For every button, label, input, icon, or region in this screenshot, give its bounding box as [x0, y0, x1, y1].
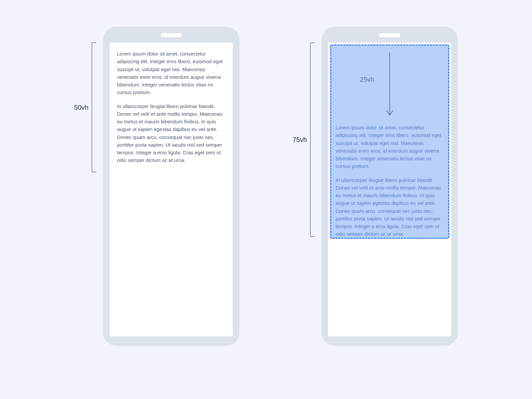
right-paragraph-1: Lorem ipsum dolor sit amet, consectetur … [335, 124, 444, 170]
offset-arrow-label: 25vh [360, 76, 374, 83]
right-bracket-shape [310, 43, 315, 237]
right-phone-screen: 25vh Lorem ipsum dolor sit amet, consect… [328, 43, 451, 336]
right-content: 25vh Lorem ipsum dolor sit amet, consect… [335, 51, 444, 238]
left-bracket-shape [92, 43, 96, 172]
left-group: 50vh Lorem ipsum dolor sit amet, consect… [74, 27, 239, 346]
left-phone-screen: Lorem ipsum dolor sit amet, consectetur … [110, 43, 233, 336]
speaker-slot-icon [161, 33, 182, 37]
right-phone-frame: 25vh Lorem ipsum dolor sit amet, consect… [322, 27, 458, 346]
left-phone-frame: Lorem ipsum dolor sit amet, consectetur … [103, 27, 239, 346]
arrow-down-icon [385, 51, 394, 118]
right-paragraph-2: In ullamcorper feugiat libero pulvinar b… [335, 176, 444, 238]
left-paragraph-1: Lorem ipsum dolor sit amet, consectetur … [117, 50, 225, 96]
offset-arrow-block: 25vh [335, 51, 444, 118]
right-bracket: 75vh [293, 43, 315, 237]
diagram-canvas: 50vh Lorem ipsum dolor sit amet, consect… [0, 0, 532, 399]
right-bracket-label: 75vh [293, 136, 307, 144]
speaker-slot-icon [379, 33, 400, 37]
left-paragraph-2: In ullamcorper feugiat libero pulvinar b… [117, 102, 225, 164]
left-bracket: 50vh [74, 43, 96, 172]
right-group: 75vh 25vh Lorem ipsum dolor sit amet, co… [293, 27, 458, 346]
left-bracket-label: 50vh [74, 104, 88, 111]
